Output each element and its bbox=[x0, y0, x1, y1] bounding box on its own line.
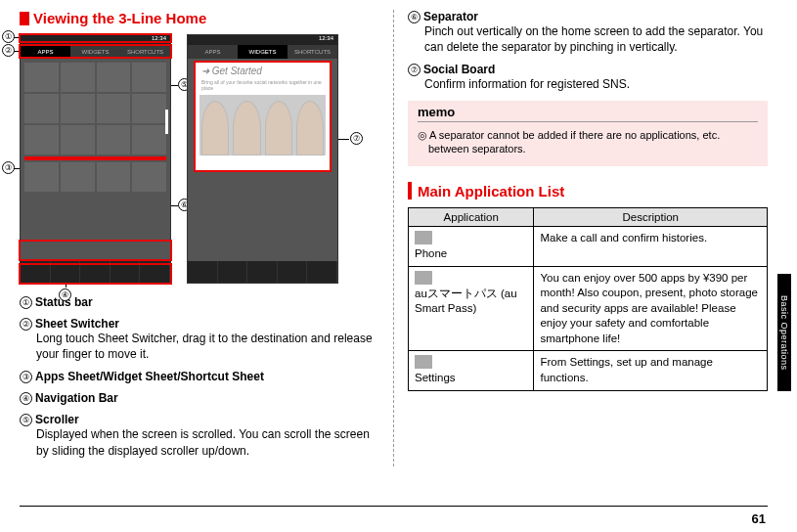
tab-shortcuts: SHORTCUTS bbox=[288, 45, 337, 59]
item-social-board: ⑦Social Board Confirm information for re… bbox=[408, 63, 768, 92]
left-item-list: ①Status bar ②Sheet Switcher Long touch S… bbox=[20, 295, 379, 459]
item-scroller: ⑤Scroller Displayed when the screen is s… bbox=[20, 413, 379, 458]
memo-text: ◎A separator cannot be added if there ar… bbox=[418, 128, 758, 157]
col-header-desc: Description bbox=[534, 208, 768, 227]
phone-tabs: APPS WIDGETS SHORTCUTS bbox=[188, 45, 337, 59]
table-header-row: Application Description bbox=[409, 208, 768, 227]
highlight-nav bbox=[19, 263, 172, 285]
heading-marker bbox=[20, 12, 29, 25]
app-cell: auスマートパス (au Smart Pass) bbox=[409, 266, 534, 351]
phone-nav-bar bbox=[188, 261, 337, 283]
memo-title: memo bbox=[418, 101, 758, 122]
right-heading-row: Main Application List bbox=[408, 182, 768, 200]
application-table: Application Description Phone Make a cal… bbox=[408, 207, 768, 391]
table-row: auスマートパス (au Smart Pass) You can enjoy o… bbox=[409, 266, 768, 351]
app-cell: Settings bbox=[409, 351, 534, 391]
apps-grid bbox=[21, 59, 170, 196]
item-sheets: ③Apps Sheet/Widget Sheet/Shortcut Sheet bbox=[20, 370, 379, 383]
highlight-dock bbox=[19, 240, 172, 261]
item-status-bar: ①Status bar bbox=[20, 295, 379, 309]
desc-cell: From Settings, set up and manage functio… bbox=[534, 351, 768, 391]
highlight-status-bar bbox=[19, 33, 172, 43]
highlight-social-board bbox=[194, 61, 332, 172]
phone-screenshot-1: 12:34 APPS WIDGETS SHORTCUTS bbox=[20, 34, 171, 284]
item-nav-bar: ④Navigation Bar bbox=[20, 391, 379, 405]
table-row: Settings From Settings, set up and manag… bbox=[409, 351, 768, 391]
col-header-app: Application bbox=[409, 208, 534, 227]
phone-screenshot-2: 12:34 APPS WIDGETS SHORTCUTS ➜ Get Start… bbox=[187, 34, 338, 284]
column-divider bbox=[393, 10, 394, 466]
item-separator: ⑥Separator Pinch out vertically on the h… bbox=[408, 10, 768, 55]
app-cell: Phone bbox=[409, 227, 534, 267]
au-smartpass-icon bbox=[415, 271, 432, 285]
bottom-rule bbox=[20, 506, 768, 507]
memo-box: memo ◎A separator cannot be added if the… bbox=[408, 101, 768, 167]
page-number: 61 bbox=[752, 511, 766, 526]
scroller bbox=[165, 110, 168, 134]
highlight-switcher bbox=[19, 44, 172, 59]
desc-cell: Make a call and confirm histories. bbox=[534, 227, 768, 267]
tab-widgets: WIDGETS bbox=[238, 45, 288, 59]
left-heading-row: Viewing the 3-Line Home bbox=[20, 10, 379, 26]
callout-4: ④ bbox=[59, 288, 71, 301]
heading-bar bbox=[408, 182, 412, 200]
right-column: ⑥Separator Pinch out vertically on the h… bbox=[396, 10, 768, 466]
side-tab: Basic Operations bbox=[777, 274, 791, 391]
phone-screenshots: ① ② ③ ④ ⑤ ⑥ ⑦ 12:34 APPS bbox=[20, 34, 379, 284]
desc-cell: You can enjoy over 500 apps by ¥390 per … bbox=[534, 266, 768, 351]
settings-icon bbox=[415, 355, 432, 369]
left-column: Viewing the 3-Line Home ① ② ③ ④ ⑤ ⑥ ⑦ 1 bbox=[20, 10, 391, 466]
phone-app-icon bbox=[415, 231, 432, 244]
item-sheet-switcher: ②Sheet Switcher Long touch Sheet Switche… bbox=[20, 317, 379, 362]
right-heading: Main Application List bbox=[418, 183, 564, 200]
page-content: Viewing the 3-Line Home ① ② ③ ④ ⑤ ⑥ ⑦ 1 bbox=[0, 0, 797, 476]
phone-status-bar: 12:34 bbox=[188, 35, 337, 45]
left-heading: Viewing the 3-Line Home bbox=[33, 10, 206, 26]
get-started-panel: ➜ Get Started Bring all of your favorite… bbox=[196, 63, 330, 170]
table-row: Phone Make a call and confirm histories. bbox=[409, 227, 768, 267]
callout-7: ⑦ bbox=[350, 132, 363, 145]
tab-apps: APPS bbox=[188, 45, 238, 59]
right-item-list: ⑥Separator Pinch out vertically on the h… bbox=[408, 10, 768, 93]
